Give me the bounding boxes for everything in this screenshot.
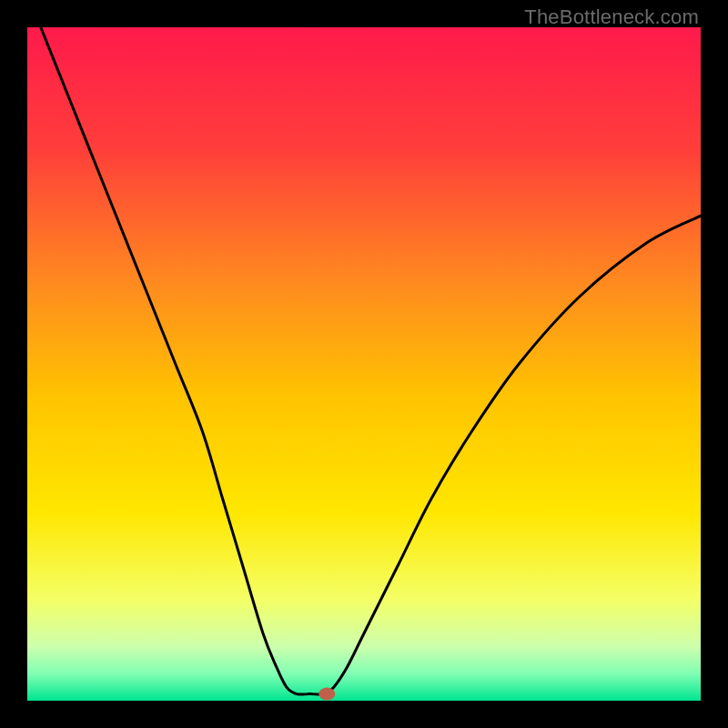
- chart-frame: TheBottleneck.com: [0, 0, 728, 728]
- plot-area: [27, 27, 701, 701]
- bottleneck-curve-chart: [27, 27, 701, 701]
- watermark-text: TheBottleneck.com: [524, 5, 699, 29]
- optimal-point-marker: [318, 688, 335, 701]
- gradient-background: [27, 27, 701, 701]
